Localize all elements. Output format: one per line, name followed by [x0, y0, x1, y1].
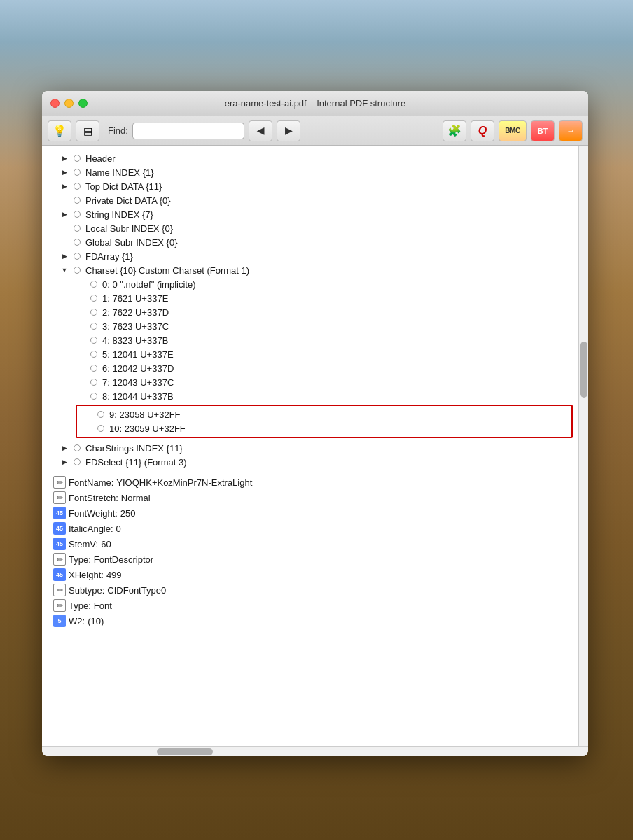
tree-item-charset-10[interactable]: ▶ 10: 23059 U+32FF: [77, 421, 571, 435]
tree-item-charset[interactable]: ▼ Charset {10} Custom Charset (Format 1): [42, 263, 578, 277]
tree-item-charset-9[interactable]: ▶ 9: 23058 U+32FF: [77, 407, 571, 421]
badge-pencil-subtype: ✏: [53, 584, 66, 596]
tree-label-charset-1: 1: 7621 U+337E: [102, 293, 168, 304]
prop-key-subtype: Subtype:: [69, 585, 104, 596]
highlighted-group: ▶ 9: 23058 U+32FF ▶ 10: 23059 U+32FF: [76, 405, 573, 438]
prop-value-fontstretch: Normal: [121, 493, 151, 503]
tree-circle: [90, 337, 97, 344]
tree-label-charset-7: 7: 12043 U+337C: [102, 377, 174, 388]
prop-fontstretch[interactable]: ✏ FontStretch: Normal: [42, 490, 578, 505]
tree-circle: [74, 267, 81, 274]
tree-circle: [90, 365, 97, 372]
tree-item-charset-0[interactable]: ▶ 0: 0 ".notdef" (implicite): [42, 277, 578, 291]
prop-key-italicangle: ItalicAngle:: [69, 524, 113, 534]
tree-item-name-index[interactable]: ▶ Name INDEX {1}: [42, 165, 578, 179]
tree-item-string-index[interactable]: ▶ String INDEX {7}: [42, 207, 578, 221]
tree-circle: [74, 211, 81, 218]
badge-45-italicangle: 45: [53, 522, 66, 535]
scrollbar-track[interactable]: [578, 146, 588, 746]
prop-fontweight[interactable]: 45 FontWeight: 250: [42, 505, 578, 521]
tree-view-button[interactable]: ▤: [76, 120, 99, 141]
arrow-button[interactable]: →: [559, 120, 583, 141]
arrow-icon: →: [566, 125, 576, 136]
tree-circle: [74, 197, 81, 204]
horizontal-scrollbar-thumb[interactable]: [157, 748, 213, 755]
tree-item-fdarray[interactable]: ▶ FDArray {1}: [42, 249, 578, 263]
tree-label-local-subr: Local Subr INDEX {0}: [85, 223, 173, 234]
bmc-button[interactable]: BMC: [499, 120, 527, 141]
tree-item-charset-8[interactable]: ▶ 8: 12044 U+337B: [42, 389, 578, 403]
tree-item-charset-6[interactable]: ▶ 6: 12042 U+337D: [42, 361, 578, 375]
prop-key-xheight: XHeight:: [69, 570, 104, 580]
prop-stemv[interactable]: 45 StemV: 60: [42, 536, 578, 552]
expand-arrow-header[interactable]: ▶: [59, 153, 70, 164]
tree-item-charset-2[interactable]: ▶ 2: 7622 U+337D: [42, 305, 578, 319]
find-input[interactable]: [132, 122, 244, 139]
tree-label-charset: Charset {10} Custom Charset (Format 1): [85, 265, 249, 276]
tree-item-local-subr[interactable]: ▶ Local Subr INDEX {0}: [42, 221, 578, 235]
expand-arrow-name-index[interactable]: ▶: [59, 167, 70, 178]
puzzle-icon: 🧩: [447, 124, 461, 137]
nav-prev-button[interactable]: ◀: [249, 120, 272, 141]
minimize-button[interactable]: [64, 99, 74, 108]
tree-item-charset-5[interactable]: ▶ 5: 12041 U+337E: [42, 347, 578, 361]
maximize-button[interactable]: [78, 99, 88, 108]
nav-prev-icon: ◀: [257, 125, 264, 136]
expand-arrow-top-dict[interactable]: ▶: [59, 181, 70, 192]
tree-circle: [90, 295, 97, 302]
tree-item-private-dict[interactable]: ▶ Private Dict DATA {0}: [42, 193, 578, 207]
prop-type-fontdescriptor[interactable]: ✏ Type: FontDescriptor: [42, 552, 578, 567]
expand-arrow-fdarray[interactable]: ▶: [59, 251, 70, 262]
q-button[interactable]: Q: [471, 120, 494, 141]
prop-italicangle[interactable]: 45 ItalicAngle: 0: [42, 521, 578, 536]
prop-subtype[interactable]: ✏ Subtype: CIDFontType0: [42, 582, 578, 598]
tree-label-charset-8: 8: 12044 U+337B: [102, 391, 174, 402]
badge-45-w2: 5: [53, 615, 66, 627]
prop-value-fontname: YIOQHK+KozMinPr7N-ExtraLight: [116, 477, 252, 488]
prop-key-w2: W2:: [69, 616, 85, 626]
horizontal-scrollbar[interactable]: [42, 746, 588, 756]
expand-arrow-string-index[interactable]: ▶: [59, 209, 70, 220]
bmc-icon: BMC: [505, 127, 520, 134]
badge-45-stemv: 45: [53, 538, 66, 550]
scrollbar-thumb[interactable]: [580, 342, 587, 398]
prop-xheight[interactable]: 45 XHeight: 499: [42, 567, 578, 582]
tree-circle: [90, 323, 97, 330]
tree-item-charset-3[interactable]: ▶ 3: 7623 U+337C: [42, 319, 578, 333]
close-button[interactable]: [50, 99, 60, 108]
puzzle-button[interactable]: 🧩: [443, 120, 466, 141]
prop-key-fontname: FontName:: [69, 477, 113, 488]
badge-pencil-type2: ✏: [53, 599, 66, 612]
expand-arrow-charstrings[interactable]: ▶: [59, 442, 70, 454]
prop-w2[interactable]: 5 W2: (10): [42, 613, 578, 629]
tree-circle: [90, 281, 97, 288]
title-bar: era-name-test-ai.pdf – Internal PDF stru…: [42, 91, 588, 116]
bt-button[interactable]: BT: [531, 120, 555, 141]
badge-45-xheight: 45: [53, 568, 66, 581]
tree-circle: [90, 309, 97, 316]
tree-item-fdselect[interactable]: ▶ FDSelect {11} (Format 3): [42, 455, 578, 469]
tree-label-fdarray: FDArray {1}: [85, 251, 133, 262]
tree-item-charset-1[interactable]: ▶ 1: 7621 U+337E: [42, 291, 578, 305]
find-label: Find:: [108, 125, 128, 136]
nav-next-icon: ▶: [285, 125, 292, 136]
nav-next-button[interactable]: ▶: [277, 120, 300, 141]
content-area: ▶ Header ▶ Name INDEX {1} ▶ Top Dict DAT…: [42, 146, 588, 746]
tree-label-charstrings: CharStrings INDEX {11}: [85, 443, 183, 454]
expand-arrow-fdselect[interactable]: ▶: [59, 456, 70, 468]
expand-arrow-charset[interactable]: ▼: [59, 265, 70, 276]
lightbulb-button[interactable]: 💡: [48, 120, 71, 141]
tree-circle: [74, 239, 81, 246]
tree-item-global-subr[interactable]: ▶ Global Subr INDEX {0}: [42, 235, 578, 249]
tree-item-charstrings[interactable]: ▶ CharStrings INDEX {11}: [42, 441, 578, 455]
tree-pane[interactable]: ▶ Header ▶ Name INDEX {1} ▶ Top Dict DAT…: [42, 146, 578, 746]
prop-value-subtype: CIDFontType0: [107, 585, 166, 596]
tree-item-charset-7[interactable]: ▶ 7: 12043 U+337C: [42, 375, 578, 389]
prop-type-font[interactable]: ✏ Type: Font: [42, 598, 578, 613]
tree-label-charset-2: 2: 7622 U+337D: [102, 307, 169, 318]
tree-item-top-dict[interactable]: ▶ Top Dict DATA {11}: [42, 179, 578, 193]
tree-item-header[interactable]: ▶ Header: [42, 151, 578, 165]
prop-fontname[interactable]: ✏ FontName: YIOQHK+KozMinPr7N-ExtraLight: [42, 475, 578, 490]
tree-item-charset-4[interactable]: ▶ 4: 8323 U+337B: [42, 333, 578, 347]
tree-circle: [90, 351, 97, 358]
